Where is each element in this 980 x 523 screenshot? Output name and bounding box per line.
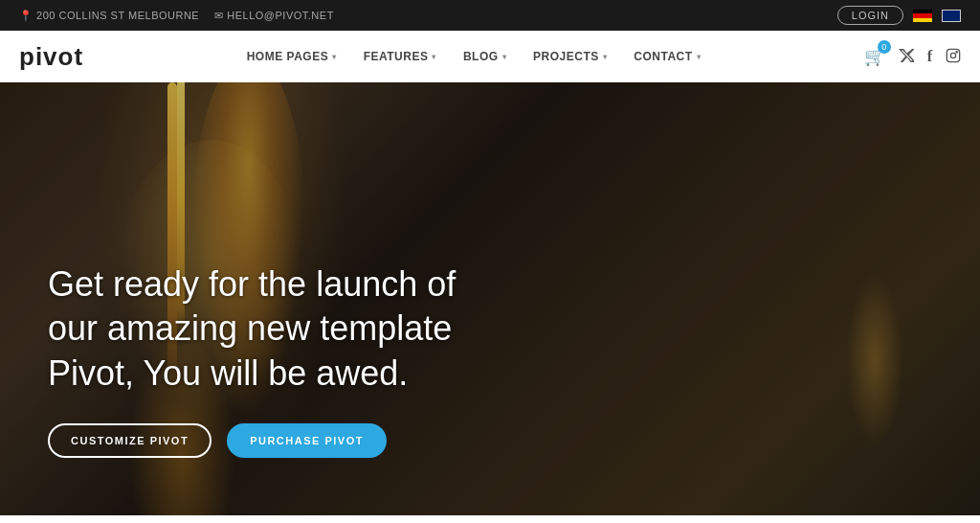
- chevron-down-icon: ▾: [603, 53, 608, 61]
- top-bar: 200 COLLINS ST MELBOURNE HELLO@PIVOT.NET…: [0, 0, 980, 31]
- email-label: HELLO@PIVOT.NET: [227, 10, 334, 21]
- nav-label-projects: PROJECTS: [533, 50, 599, 63]
- nav-label-contact: CONTACT: [634, 50, 692, 63]
- nav-link-contact[interactable]: CONTACT ▾: [634, 50, 701, 63]
- navbar: pivot HOME PAGES ▾ FEATURES ▾ BLOG ▾ PRO…: [0, 31, 980, 82]
- svg-point-1: [950, 53, 955, 57]
- address-label: 200 COLLINS ST MELBOURNE: [36, 10, 199, 21]
- hero-section: Get ready for the launch of our amazing …: [0, 82, 980, 515]
- nav-label-homepages: HOME PAGES: [247, 50, 328, 63]
- logo[interactable]: pivot: [19, 42, 83, 72]
- nav-item-homepages[interactable]: HOME PAGES ▾: [247, 50, 337, 63]
- address-text: 200 COLLINS ST MELBOURNE: [19, 10, 199, 22]
- chevron-down-icon: ▾: [697, 53, 702, 61]
- chevron-down-icon: ▾: [332, 53, 337, 61]
- svg-rect-0: [947, 49, 959, 61]
- nav-item-contact[interactable]: CONTACT ▾: [634, 50, 701, 63]
- nav-item-projects[interactable]: PROJECTS ▾: [533, 50, 607, 63]
- cart-badge: 0: [878, 40, 891, 54]
- hero-headline: Get ready for the launch of our amazing …: [48, 262, 507, 397]
- hero-content: Get ready for the launch of our amazing …: [48, 262, 507, 458]
- instagram-icon[interactable]: [946, 48, 961, 66]
- nav-links: HOME PAGES ▾ FEATURES ▾ BLOG ▾ PROJECTS …: [247, 50, 701, 63]
- mail-icon: [214, 10, 224, 21]
- top-bar-right: LOGIN: [837, 6, 961, 25]
- facebook-icon[interactable]: f: [927, 48, 932, 65]
- cart-button[interactable]: 🛒 0: [864, 46, 885, 67]
- nav-right: 🛒 0 f: [864, 46, 961, 67]
- customize-button[interactable]: CUSTOMIZE PIVOT: [48, 423, 212, 458]
- hero-buttons: CUSTOMIZE PIVOT PURCHASE PIVOT: [48, 423, 507, 458]
- nav-link-homepages[interactable]: HOME PAGES ▾: [247, 50, 337, 63]
- nav-label-features: FEATURES: [364, 50, 429, 63]
- nav-item-blog[interactable]: BLOG ▾: [463, 50, 506, 63]
- flag-uk[interactable]: [942, 10, 961, 22]
- svg-point-2: [956, 51, 957, 52]
- nav-link-projects[interactable]: PROJECTS ▾: [533, 50, 607, 63]
- email-text: HELLO@PIVOT.NET: [214, 10, 334, 22]
- flag-german[interactable]: [913, 10, 932, 22]
- login-button[interactable]: LOGIN: [837, 6, 903, 25]
- nav-link-features[interactable]: FEATURES ▾: [364, 50, 436, 63]
- pin-icon: [19, 10, 33, 21]
- nav-link-blog[interactable]: BLOG ▾: [463, 50, 506, 63]
- twitter-icon[interactable]: [899, 49, 914, 65]
- purchase-button[interactable]: PURCHASE PIVOT: [227, 423, 387, 458]
- nav-label-blog: BLOG: [463, 50, 499, 63]
- chevron-down-icon: ▾: [432, 53, 436, 61]
- top-bar-left: 200 COLLINS ST MELBOURNE HELLO@PIVOT.NET: [19, 10, 334, 22]
- nav-item-features[interactable]: FEATURES ▾: [364, 50, 436, 63]
- chevron-down-icon: ▾: [502, 53, 507, 61]
